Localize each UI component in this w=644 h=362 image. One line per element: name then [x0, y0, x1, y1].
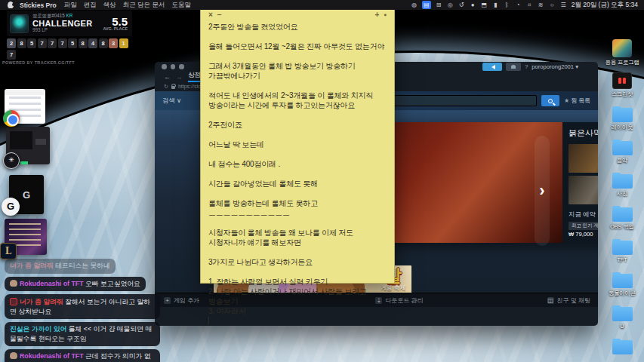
friends-chat-button[interactable]: ◫친구 및 채팅	[547, 296, 590, 305]
desktop-item-음악[interactable]: 음악	[602, 139, 642, 172]
tft-player-name: 뽀로뽀롱#0415 KR	[32, 14, 103, 19]
menubar-menu-3[interactable]: 최근 담은 문서	[123, 1, 165, 8]
screenshot-icon[interactable]	[612, 72, 632, 89]
record-icon[interactable]: ◎	[447, 1, 454, 9]
help-button[interactable]: ?	[525, 63, 528, 70]
desktop-item-스크린샷[interactable]: 스크린샷	[602, 72, 642, 106]
note-line	[208, 189, 387, 198]
chat-message: Rokudenashi of TFT 오빠 보고싶었어요	[5, 277, 146, 292]
folder-icon[interactable]	[612, 274, 633, 288]
note-line: 시청자들이 롤체 방송을 왜 보나를 이제 저도 시청자니까 얘기를 해보자면	[208, 228, 387, 247]
folder-icon[interactable]	[612, 141, 633, 155]
clock-icon[interactable]: ◔	[515, 1, 522, 9]
wishlist-link[interactable]: ★ 찜 목록	[564, 97, 590, 105]
placement-tile: 7	[7, 50, 16, 60]
folder-icon[interactable]	[612, 174, 633, 189]
logitech-g-icon[interactable]: G	[2, 198, 20, 216]
refresh-icon[interactable]: ↻	[164, 84, 168, 90]
desktop-item-extra[interactable]	[602, 338, 642, 362]
chat-username: Rokudenashi of TFT	[20, 352, 85, 360]
rewind-icon[interactable]: ↺	[458, 1, 465, 9]
search-button[interactable]	[541, 95, 559, 106]
note-line	[208, 130, 387, 140]
menubar-menu-1[interactable]: 편집	[84, 1, 97, 8]
back-icon[interactable]: ←	[164, 73, 171, 81]
folder-icon[interactable]	[612, 241, 633, 255]
megaphone-icon	[489, 65, 495, 69]
wifi-icon[interactable]: ≋	[538, 1, 544, 9]
search-icon[interactable]: ○	[549, 1, 556, 9]
featured-tag: 최고 인기 게임	[569, 222, 598, 230]
desktop-item-응용 프로그램[interactable]: 응용 프로그램	[602, 39, 642, 72]
desktop-item-TFT[interactable]: TFT	[602, 238, 642, 272]
note-add-button[interactable]: +	[375, 11, 380, 19]
keyboard-icon[interactable]: ⌗	[526, 1, 533, 9]
tft-avg-place-value: 5.5	[103, 16, 128, 27]
desktop-item-레이아웃[interactable]: 레이아웃	[602, 106, 642, 139]
desktop-item-label: 사진	[617, 190, 627, 198]
featured-status: 지금 예약 구매 가능	[569, 210, 598, 219]
tft-avg-place-label: AVG. PLACE	[103, 27, 128, 31]
rat-badge-icon	[10, 280, 17, 287]
globe-icon[interactable]: ◍	[411, 1, 418, 9]
folder-icon[interactable]	[612, 108, 633, 122]
display-icon[interactable]: ⬒	[481, 1, 488, 9]
screenshot-thumb[interactable]	[569, 176, 598, 204]
battery-icon[interactable]: ▮	[492, 1, 499, 9]
placement-tile: 7	[48, 38, 57, 48]
note-line: 그래서 3개월동안 롤체 밥 방송보기 방송하기 가끔밖에나가기	[208, 61, 387, 81]
menubar-menu-2[interactable]: 색상	[103, 1, 116, 8]
note-close-button[interactable]: ×	[208, 11, 213, 19]
tft-placements-row2: 7	[7, 50, 16, 60]
chevron-right-icon: ›	[539, 183, 544, 199]
note-line	[208, 32, 387, 41]
do-not-disturb-icon[interactable]: ●	[470, 1, 476, 9]
note-menu-button[interactable]: ▪	[384, 11, 387, 19]
note-line: 2주전이죠	[208, 120, 387, 130]
applications-icon[interactable]	[612, 39, 632, 57]
folder-icon[interactable]	[612, 340, 633, 354]
note-line: ㅡㅡㅡㅡㅡㅡㅡㅡㅡㅡㅡ	[208, 208, 387, 218]
obs-icon[interactable]: ✳	[3, 152, 20, 169]
desktop-item-label: 레이아웃	[612, 124, 633, 131]
chrome-icon[interactable]	[3, 110, 20, 127]
folder-icon[interactable]	[612, 207, 633, 222]
chat-message: 너가 좀 알려줘 잘해서 보는거 아니라고 말하면 상처받나요	[5, 294, 160, 319]
menubar-clock[interactable]: 2월 20일 (금) 오후 5:34	[572, 1, 638, 10]
note-line: 2주동안 방송을 켰었었어요	[208, 22, 387, 32]
minimize-window-button[interactable]	[171, 64, 176, 69]
sticky-note-text[interactable]: 2주동안 방송을 켰었었어요 올해 들어오면서 12월 ~2월은 진짜 아무것도…	[208, 22, 387, 326]
sticky-note[interactable]: × − + ▪ 2주동안 방송을 켰었었어요 올해 들어오면서 12월 ~2월은…	[200, 8, 395, 284]
desktop-item-OBS 백업[interactable]: OBS 백업	[602, 205, 642, 238]
note-line: 3. 여자라서	[208, 306, 387, 316]
input-source-icon[interactable]: ▤	[422, 1, 431, 9]
store-search-menu[interactable]: 검색 ∨	[162, 97, 181, 105]
apple-icon[interactable]	[8, 2, 14, 8]
zoom-window-button[interactable]	[179, 64, 184, 69]
folder-icon[interactable]	[612, 307, 633, 321]
control-center-icon[interactable]: ☰	[560, 1, 567, 9]
close-window-button[interactable]	[162, 64, 167, 69]
carousel-next-button[interactable]: ›	[535, 136, 550, 246]
bluetooth-icon[interactable]: ᛒ	[504, 1, 510, 9]
desktop-item-U[interactable]: U	[602, 305, 642, 338]
menubar-menu-0[interactable]: 파일	[64, 1, 77, 8]
desktop-item-사진[interactable]: 사진	[602, 172, 642, 205]
menubar-app-name[interactable]: Stickies Pro	[20, 2, 57, 9]
desktop-item-동물아이콘[interactable]: 동물아이콘	[602, 272, 642, 305]
menubar-menu-4[interactable]: 도움말	[171, 1, 191, 8]
note-line: 3가지로 나뉜다고 생각하거든요	[208, 257, 387, 267]
screenshot-thumb[interactable]	[569, 144, 598, 173]
note-line	[208, 110, 387, 120]
tab-store[interactable]: 상점	[188, 71, 201, 82]
announcements-button[interactable]	[482, 63, 502, 71]
note-collapse-button[interactable]: −	[217, 11, 222, 19]
grid-icon[interactable]: ⊞	[436, 1, 442, 9]
account-menu[interactable]: poroporong2001 ▾	[532, 63, 578, 70]
league-icon[interactable]: L	[0, 243, 17, 259]
forward-icon[interactable]: →	[176, 73, 183, 81]
note-line: 롤체를 방송하는데 롤체도 못하고	[208, 198, 387, 208]
notifications-button[interactable]	[506, 63, 521, 71]
chat-message: 진실은 가까이 있어 롤체 << 이거 걍 매물되면 매물될수록 현타오는 구조…	[5, 322, 160, 346]
add-game-button[interactable]: +게임 추가	[164, 296, 199, 305]
